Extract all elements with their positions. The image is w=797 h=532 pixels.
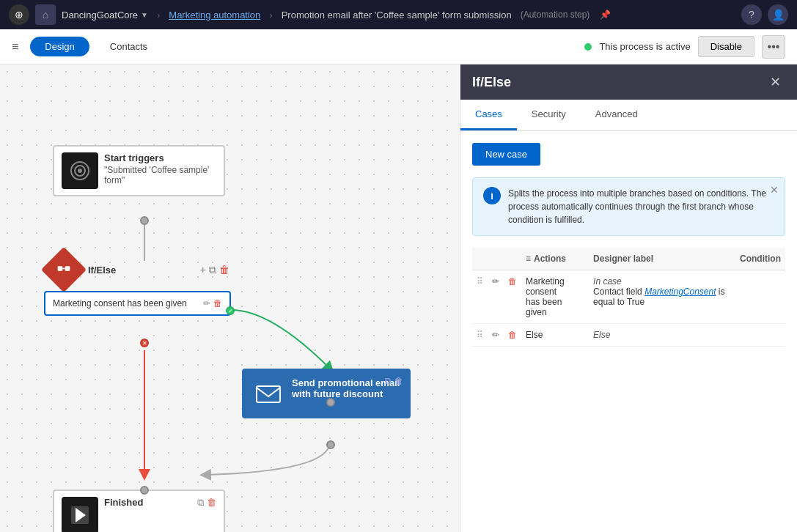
th-actions-label: Actions — [534, 254, 566, 264]
ifelse-actions: + ⧉ 🗑 — [200, 264, 229, 276]
finished-icon — [62, 497, 98, 532]
home-icon[interactable]: ⌂ — [35, 4, 56, 25]
sub-nav: ≡ Design Contacts This process is active… — [0, 29, 797, 64]
drag-handle-2[interactable]: ⠿ — [472, 324, 488, 347]
case-edit-icon[interactable]: ✏ — [203, 298, 210, 309]
svg-rect-4 — [58, 266, 63, 271]
panel-tabs: Cases Security Advanced — [460, 100, 797, 131]
finished-copy-icon[interactable]: ⧉ — [197, 497, 204, 509]
connector-dot-green: ✓ — [226, 306, 235, 315]
user-icon[interactable]: 👤 — [768, 4, 788, 25]
ifelse-body: Marketing consent has been given ✏ 🗑 — [44, 291, 231, 316]
finished-content: Finished — [104, 497, 191, 508]
finished-delete-icon[interactable]: 🗑 — [207, 497, 216, 509]
ifelse-node[interactable]: If/Else + ⧉ 🗑 Marketing consent has been… — [44, 251, 231, 316]
main-layout: Start triggers "Submitted 'Coffee sample… — [0, 64, 797, 532]
connector-dot-red: ✕ — [140, 339, 149, 347]
tab-contacts[interactable]: Contacts — [95, 37, 162, 56]
hamburger-icon[interactable]: ≡ — [12, 40, 18, 53]
finished-actions: ⧉ 🗑 — [197, 497, 216, 509]
top-nav: ⊕ ⌂ DancingGoatCore ▼ › Marketing automa… — [0, 0, 797, 29]
tab-design[interactable]: Design — [30, 37, 89, 56]
connector-dot-1 — [140, 216, 149, 225]
th-del — [504, 248, 521, 270]
org-name: DancingGoatCore ▼ — [62, 10, 148, 21]
tab-security[interactable]: Security — [517, 100, 581, 130]
th-condition: Condition — [735, 248, 785, 270]
more-options-button[interactable]: ••• — [762, 35, 785, 59]
tab-cases[interactable]: Cases — [460, 100, 517, 130]
new-case-button[interactable]: New case — [472, 143, 540, 166]
edit-action-2[interactable]: ✏ — [488, 324, 504, 347]
connector-dot-finished — [140, 486, 149, 495]
panel-title: If/Else — [472, 75, 511, 90]
svg-rect-5 — [65, 266, 70, 271]
row2-empty — [735, 324, 785, 347]
drag-handle-1[interactable]: ⠿ — [472, 270, 488, 324]
info-close-button[interactable]: ✕ — [770, 184, 779, 196]
finished-node[interactable]: Finished ⧉ 🗑 — [53, 489, 225, 532]
panel-body: New case i Splits the process into multi… — [460, 131, 797, 532]
row1-designer-label: Marketing consenthas been given — [521, 270, 589, 324]
actions-table: ≡ Actions Designer label Condition ⠿ ✏ 🗑… — [472, 248, 785, 347]
top-nav-right: ? 👤 — [741, 4, 788, 25]
breadcrumb-tag: (Automation step) — [521, 10, 590, 20]
breadcrumb-current: Promotion email after 'Coffee sample' fo… — [282, 10, 512, 21]
disable-button[interactable]: Disable — [698, 36, 754, 57]
status-area: This process is active Disable ••• — [584, 35, 785, 59]
send-email-node[interactable]: Send promotional email with future disco… — [242, 369, 411, 418]
org-caret: ▼ — [141, 11, 148, 19]
delete-action-2[interactable]: 🗑 — [504, 324, 521, 347]
panel-header: If/Else ✕ — [460, 64, 797, 100]
start-triggers-subtitle: "Submitted 'Coffee sample' form" — [104, 165, 216, 185]
panel-close-button[interactable]: ✕ — [765, 72, 785, 92]
case-item-actions: ✏ 🗑 — [203, 298, 222, 309]
case-label: Marketing consent has been given — [53, 298, 187, 309]
email-copy-icon[interactable]: ⧉ — [385, 376, 392, 386]
ifelse-copy-icon[interactable]: ⧉ — [209, 264, 216, 276]
canvas-area[interactable]: Start triggers "Submitted 'Coffee sample… — [0, 64, 460, 532]
row1-condition-sub: Contact field MarketingConsent is equal … — [593, 287, 724, 307]
email-delete-icon[interactable]: 🗑 — [394, 376, 403, 386]
connector-dot-email-top — [326, 398, 335, 407]
app-icon[interactable]: ⊕ — [9, 4, 29, 25]
ifelse-header: If/Else + ⧉ 🗑 — [44, 251, 231, 288]
start-triggers-title: Start triggers — [104, 152, 216, 163]
org-name-label: DancingGoatCore — [62, 10, 138, 21]
th-actions-icon: ≡ — [526, 254, 531, 264]
start-triggers-node[interactable]: Start triggers "Submitted 'Coffee sample… — [53, 145, 225, 196]
th-designer: Designer label — [589, 248, 735, 270]
ifelse-delete-icon[interactable]: 🗑 — [219, 264, 229, 276]
breadcrumb-sep: › — [157, 10, 160, 21]
connector-dot-email-bottom — [326, 440, 335, 449]
start-triggers-content: Start triggers "Submitted 'Coffee sample… — [104, 152, 216, 185]
table-row-else: ⠿ ✏ 🗑 Else Else — [472, 324, 785, 347]
th-designer-label: ≡ Actions — [521, 248, 589, 270]
email-node-actions: ⧉ 🗑 — [385, 376, 403, 386]
tab-advanced[interactable]: Advanced — [581, 100, 653, 130]
row2-condition-main: Else — [593, 330, 610, 340]
info-banner: i Splits the process into multiple branc… — [472, 177, 785, 236]
breadcrumb-sep2: › — [269, 10, 272, 21]
case-delete-icon[interactable]: 🗑 — [213, 298, 222, 309]
case-item: Marketing consent has been given ✏ 🗑 — [48, 295, 227, 311]
info-text: Splits the process into multiple branche… — [508, 187, 774, 226]
right-panel: If/Else ✕ Cases Security Advanced New ca… — [460, 64, 797, 532]
ifelse-add-icon[interactable]: + — [200, 264, 206, 276]
pin-icon[interactable]: 📌 — [600, 10, 611, 20]
finished-title: Finished — [104, 497, 191, 508]
th-edit — [488, 248, 504, 270]
email-node-title: Send promotional email with future disco… — [292, 377, 400, 399]
help-icon[interactable]: ? — [741, 4, 762, 25]
row1-condition: In case Contact field MarketingConsent i… — [589, 270, 735, 324]
table-row: ⠿ ✏ 🗑 Marketing consenthas been given In… — [472, 270, 785, 324]
svg-point-3 — [78, 169, 82, 173]
edit-action-1[interactable]: ✏ — [488, 270, 504, 324]
delete-action-1[interactable]: 🗑 — [504, 270, 521, 324]
row1-empty — [735, 270, 785, 324]
status-dot — [584, 43, 592, 51]
breadcrumb-link[interactable]: Marketing automation — [169, 10, 260, 21]
row2-condition: Else — [589, 324, 735, 347]
svg-rect-7 — [257, 386, 280, 402]
table-header-row: ≡ Actions Designer label Condition — [472, 248, 785, 270]
